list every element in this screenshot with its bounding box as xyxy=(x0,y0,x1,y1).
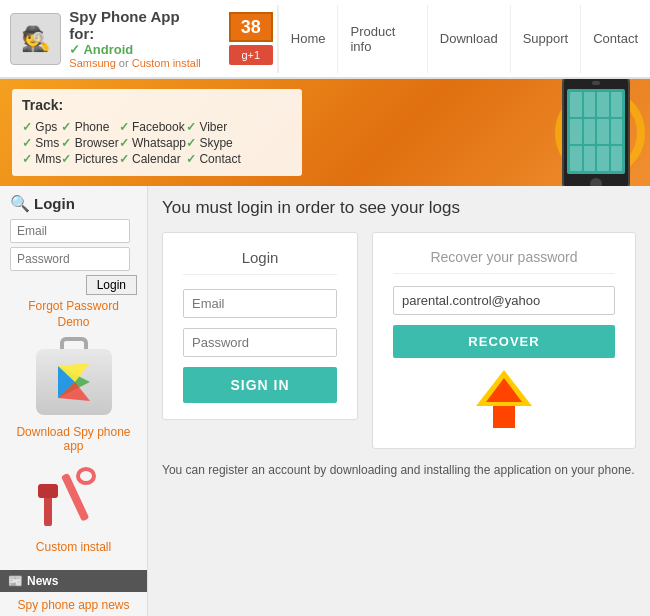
banner: Track: ✓ Gps ✓ Phone ✓ Facebook ✓ Viber … xyxy=(0,79,650,186)
sidebar-news-header: 📰 News xyxy=(0,570,147,592)
sidebar-news-links: Spy phone app news Support news General … xyxy=(0,592,147,616)
svg-rect-5 xyxy=(38,484,58,498)
phone-graphic xyxy=(562,79,630,186)
news-link-0[interactable]: Spy phone app news xyxy=(0,596,147,614)
nav-contact[interactable]: Contact xyxy=(580,5,650,73)
share-counter: 38 xyxy=(229,12,273,42)
nav-download[interactable]: Download xyxy=(427,5,510,73)
header: 🕵️ Spy Phone App for: ✓ Android Samsung … xyxy=(0,0,650,79)
login-form-title: Login xyxy=(183,249,337,275)
custom-install-link[interactable]: Custom install xyxy=(132,57,201,69)
sidebar: 🔍 Login Login Forgot Password Demo xyxy=(0,186,148,616)
app-info: Spy Phone App for: ✓ Android Samsung or … xyxy=(69,8,206,69)
header-nav: Home Product info Download Support Conta… xyxy=(277,5,650,73)
recover-button[interactable]: RECOVER xyxy=(393,325,615,358)
sidebar-password-input[interactable] xyxy=(10,247,130,271)
login-email-input[interactable] xyxy=(183,289,337,318)
signin-button[interactable]: SIGN IN xyxy=(183,367,337,403)
nav-support[interactable]: Support xyxy=(510,5,581,73)
forgot-password-link[interactable]: Forgot Password xyxy=(10,299,137,313)
track-panel: Track: ✓ Gps ✓ Phone ✓ Facebook ✓ Viber … xyxy=(12,89,302,176)
sidebar-login-button[interactable]: Login xyxy=(86,275,137,295)
main-layout: 🔍 Login Login Forgot Password Demo xyxy=(0,186,650,616)
gplus-counter[interactable]: g+1 xyxy=(229,45,273,65)
svg-rect-6 xyxy=(60,472,88,521)
custom-install-sidebar-link[interactable]: Custom install xyxy=(10,540,137,554)
nav-home[interactable]: Home xyxy=(278,5,338,73)
sidebar-links: Forgot Password Demo xyxy=(10,299,137,329)
app-bag-image xyxy=(24,337,124,417)
platform-label: ✓ Android xyxy=(69,42,133,57)
sidebar-email-input[interactable] xyxy=(10,219,130,243)
track-table: ✓ Gps ✓ Phone ✓ Facebook ✓ Viber ✓ Sms ✓… xyxy=(22,118,241,168)
forms-row: Login SIGN IN Recover your password RECO… xyxy=(162,232,636,449)
app-logo: 🕵️ xyxy=(10,13,61,65)
recover-email-input[interactable] xyxy=(393,286,615,315)
sidebar-login-title: 🔍 Login xyxy=(10,194,137,213)
svg-point-7 xyxy=(78,469,94,483)
svg-rect-4 xyxy=(44,494,52,526)
download-spy-link[interactable]: Download Spy phone app xyxy=(10,425,137,453)
recover-form-title: Recover your password xyxy=(393,249,615,274)
track-title: Track: xyxy=(22,97,292,113)
arrow-indicator xyxy=(393,370,615,428)
login-password-input[interactable] xyxy=(183,328,337,357)
news-icon: 📰 xyxy=(8,574,23,588)
samsung-link[interactable]: Samsung xyxy=(69,57,115,69)
page-title: You must login in order to see your logs xyxy=(162,198,636,218)
play-store-icon xyxy=(55,363,93,401)
tools-image xyxy=(29,461,119,536)
sidebar-login-section: 🔍 Login Login Forgot Password Demo xyxy=(0,186,147,570)
tools-icon xyxy=(34,464,114,534)
news-title-label: News xyxy=(27,574,58,588)
search-icon: 🔍 xyxy=(10,194,30,213)
nav-product-info[interactable]: Product info xyxy=(337,5,426,73)
recover-form-box: Recover your password RECOVER xyxy=(372,232,636,449)
app-title: Spy Phone App for: xyxy=(69,8,206,42)
register-note: You can register an account by downloadi… xyxy=(162,463,636,477)
demo-link[interactable]: Demo xyxy=(10,315,137,329)
login-form-box: Login SIGN IN xyxy=(162,232,358,420)
content: You must login in order to see your logs… xyxy=(148,186,650,616)
header-left: 🕵️ Spy Phone App for: ✓ Android Samsung … xyxy=(0,0,217,77)
header-counter: 38 g+1 xyxy=(225,8,277,69)
